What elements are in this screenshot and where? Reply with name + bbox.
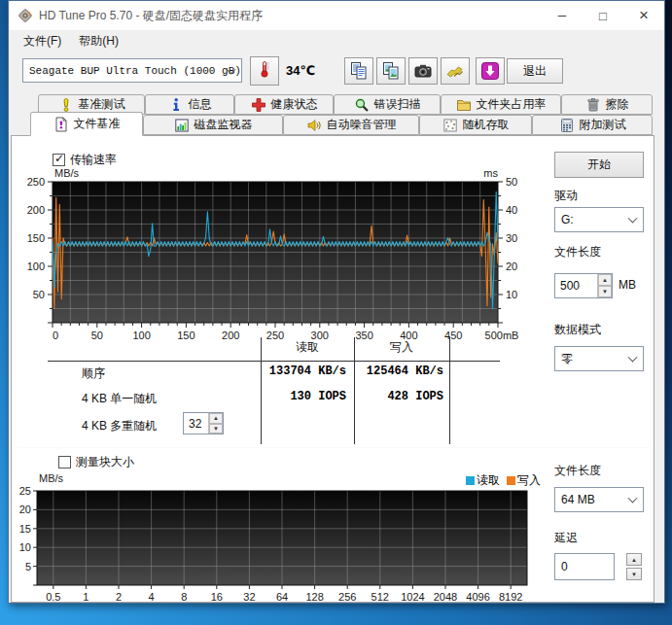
svg-text:MB/s: MB/s — [39, 472, 64, 484]
tab-erase-label: 擦除 — [606, 96, 629, 113]
svg-text:10: 10 — [19, 541, 31, 553]
block-file-length-value: 64 MB — [561, 493, 595, 506]
menu-help[interactable]: 帮助(H) — [70, 31, 127, 52]
maximize-button[interactable] — [583, 1, 623, 30]
random-write-value: 428 IOPS — [356, 390, 443, 403]
menu-file[interactable]: 文件(F) — [15, 31, 70, 52]
copy-text-button[interactable] — [344, 57, 373, 85]
drive-label: 驱动 — [554, 188, 578, 204]
delay-value: 0 — [561, 560, 568, 573]
file-length-spinner[interactable]: 500 — [554, 273, 613, 298]
file-benchmark-panel: 传输速率 50100150200250102030405005010015020… — [11, 135, 654, 603]
tab-disk-monitor[interactable]: 磁盘监视器 — [143, 115, 283, 135]
drive-selector[interactable]: Seagate BUP Ultra Touch (1000 gB) — [22, 58, 242, 83]
data-mode-value: 零 — [561, 351, 573, 367]
title-bar: HD Tune Pro 5.70 - 硬盘/固态硬盘实用程序 — [9, 1, 664, 30]
table-divider — [449, 337, 450, 444]
window-controls — [542, 1, 664, 30]
tab-random-access[interactable]: 随机存取 — [419, 115, 532, 135]
random-dots-icon — [442, 118, 458, 133]
random-read-value: 130 IOPS — [263, 390, 346, 403]
delay-label: 延迟 — [554, 530, 578, 546]
minimize-button[interactable] — [542, 1, 583, 30]
tab-error-scan[interactable]: 错误扫描 — [334, 94, 441, 115]
tab-file-benchmark[interactable]: 文件基准 — [30, 112, 143, 136]
row-4kb-multi-label: 4 KB 多重随机 — [82, 418, 157, 434]
svg-text:4: 4 — [149, 591, 155, 602]
svg-text:150: 150 — [177, 330, 195, 341]
svg-text:200: 200 — [222, 330, 239, 341]
drive-dropdown[interactable]: G: — [554, 207, 644, 232]
spinner-down-icon[interactable] — [626, 568, 642, 580]
spinner-down-icon[interactable] — [209, 424, 223, 434]
svg-text:5: 5 — [25, 561, 31, 573]
screenshot-button[interactable] — [408, 57, 438, 85]
donate-button[interactable] — [441, 57, 470, 85]
svg-text:8192: 8192 — [499, 591, 522, 602]
section-separator — [18, 447, 650, 448]
spinner-up-icon[interactable] — [209, 413, 223, 424]
close-button[interactable] — [623, 1, 664, 30]
tab-health[interactable]: 健康状态 — [234, 94, 334, 115]
file-length-label: 文件长度 — [554, 244, 601, 260]
tab-random-access-label: 随机存取 — [463, 117, 510, 133]
tab-aam-label: 自动噪音管理 — [327, 117, 397, 133]
row-sequential-label: 顺序 — [82, 365, 105, 382]
svg-text:4096: 4096 — [466, 591, 489, 602]
temperature-button[interactable] — [250, 56, 279, 86]
drive-value: G: — [561, 213, 574, 226]
drive-selector-value: Seagate BUP Ultra Touch (1000 gB) — [29, 65, 241, 77]
svg-text:1024: 1024 — [401, 591, 424, 602]
copy-image-button[interactable] — [376, 57, 406, 85]
svg-text:100: 100 — [132, 330, 150, 341]
block-file-length-dropdown[interactable]: 64 MB — [554, 487, 644, 512]
svg-text:2048: 2048 — [434, 591, 457, 602]
svg-text:16: 16 — [211, 591, 223, 602]
tab-folder-usage-label: 文件夹占用率 — [477, 96, 547, 113]
sequential-read-value: 133704 KB/s — [263, 365, 346, 378]
tab-folder-usage[interactable]: 文件夹占用率 — [441, 94, 561, 115]
folder-icon — [456, 97, 472, 113]
update-button[interactable] — [476, 57, 505, 85]
svg-text:64: 64 — [276, 591, 288, 602]
chevron-down-icon — [628, 494, 638, 503]
block-size-chart: 5101520250.51248163264128256512102420484… — [12, 469, 556, 602]
chevron-down-icon — [628, 353, 638, 363]
svg-text:MB/s: MB/s — [54, 167, 80, 179]
copy-text-icon — [349, 61, 369, 81]
svg-text:128: 128 — [305, 591, 323, 602]
delay-input[interactable]: 0 — [554, 553, 615, 580]
svg-text:256: 256 — [338, 591, 356, 602]
svg-text:200: 200 — [27, 204, 45, 216]
tab-erase[interactable]: 擦除 — [561, 94, 653, 115]
calculator-icon — [559, 118, 575, 133]
tab-extra-tests[interactable]: 附加测试 — [532, 115, 653, 135]
speaker-icon — [306, 118, 322, 133]
svg-text:100: 100 — [27, 260, 45, 272]
svg-text:40: 40 — [506, 204, 517, 216]
tab-disk-monitor-label: 磁盘监视器 — [195, 117, 253, 133]
spinner-down-icon[interactable] — [598, 286, 612, 297]
block-file-length-label: 文件长度 — [554, 463, 601, 479]
exit-button[interactable]: 退出 — [507, 58, 563, 84]
spinner-up-icon[interactable] — [626, 553, 642, 566]
svg-text:512: 512 — [371, 591, 389, 602]
queue-depth-spinner[interactable]: 32 — [183, 412, 224, 434]
svg-text:0: 0 — [53, 330, 58, 341]
delay-spinner — [626, 553, 642, 580]
tab-aam[interactable]: 自动噪音管理 — [283, 115, 419, 135]
toolbar: Seagate BUP Ultra Touch (1000 gB) 34℃ — [9, 52, 664, 92]
start-button[interactable]: 开始 — [554, 152, 644, 178]
svg-text:1: 1 — [83, 591, 88, 602]
data-mode-dropdown[interactable]: 零 — [554, 346, 644, 371]
read-column-header: 读取 — [262, 339, 353, 356]
copy-image-icon — [381, 61, 401, 81]
tab-file-benchmark-label: 文件基准 — [74, 116, 121, 132]
svg-text:250: 250 — [27, 176, 45, 188]
svg-text:50: 50 — [506, 176, 517, 188]
tab-info[interactable]: 信息 — [145, 94, 234, 115]
spinner-up-icon[interactable] — [598, 274, 612, 286]
tab-extra-tests-label: 附加测试 — [580, 117, 626, 133]
update-icon — [480, 61, 500, 81]
svg-text:500mB: 500mB — [485, 330, 519, 341]
